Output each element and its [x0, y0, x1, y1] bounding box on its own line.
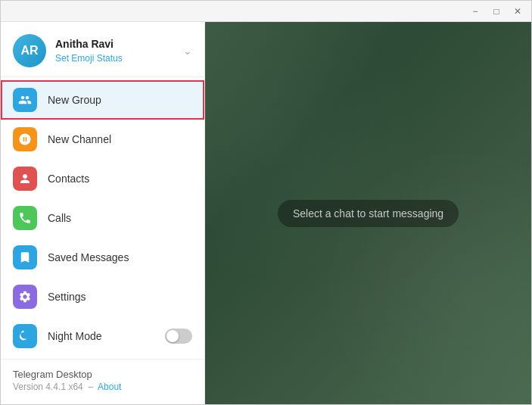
contacts-icon: [13, 167, 37, 191]
saved-icon: [13, 245, 37, 269]
night-mode-label: Night Mode: [48, 330, 154, 342]
close-button[interactable]: ✕: [507, 3, 528, 20]
minimize-button[interactable]: −: [465, 3, 486, 20]
new-group-label: New Group: [48, 94, 192, 106]
version-info: Version 4.4.1 x64 – About: [13, 382, 192, 392]
saved-messages-label: Saved Messages: [48, 251, 192, 263]
channel-svg: [18, 132, 32, 146]
contacts-label: Contacts: [48, 173, 192, 185]
set-emoji-link[interactable]: Set Emoji Status: [55, 53, 123, 64]
menu-item-saved-messages[interactable]: Saved Messages: [1, 238, 204, 277]
profile-chevron-icon[interactable]: ⌄: [183, 45, 192, 57]
group-icon: [13, 88, 37, 112]
night-svg: [18, 329, 32, 343]
night-mode-toggle[interactable]: [165, 329, 192, 344]
calls-label: Calls: [48, 212, 192, 224]
contacts-svg: [18, 172, 32, 185]
group-svg: [18, 93, 32, 107]
settings-svg: [18, 290, 32, 304]
new-channel-label: New Channel: [48, 133, 192, 145]
app-name: Telegram Desktop: [13, 369, 192, 380]
sidebar: AR Anitha Ravi Set Emoji Status ⌄ New Gr: [1, 22, 205, 404]
app-window: − □ ✕ AR Anitha Ravi Set Emoji Status ⌄: [0, 0, 532, 405]
profile-info: Anitha Ravi Set Emoji Status: [55, 37, 174, 64]
profile-section[interactable]: AR Anitha Ravi Set Emoji Status ⌄: [1, 22, 204, 77]
channel-icon: [13, 127, 37, 151]
calls-svg: [18, 211, 32, 225]
menu-list: New Group New Channel: [1, 77, 204, 359]
avatar: AR: [13, 34, 46, 67]
calls-icon: [13, 206, 37, 230]
profile-name: Anitha Ravi: [55, 37, 174, 51]
settings-label: Settings: [48, 291, 192, 303]
about-link[interactable]: About: [98, 382, 121, 392]
menu-item-new-group[interactable]: New Group: [1, 80, 204, 120]
settings-icon: [13, 285, 37, 309]
placeholder-message: Select a chat to start messaging: [278, 200, 459, 227]
menu-item-night-mode[interactable]: Night Mode: [1, 316, 204, 356]
menu-item-contacts[interactable]: Contacts: [1, 159, 204, 198]
maximize-button[interactable]: □: [486, 3, 507, 20]
menu-item-settings[interactable]: Settings: [1, 277, 204, 316]
title-bar: − □ ✕: [1, 1, 531, 22]
app-body: AR Anitha Ravi Set Emoji Status ⌄ New Gr: [1, 22, 531, 404]
main-content: Select a chat to start messaging: [205, 22, 531, 404]
menu-item-new-channel[interactable]: New Channel: [1, 120, 204, 159]
menu-item-calls[interactable]: Calls: [1, 198, 204, 238]
saved-svg: [18, 251, 32, 264]
night-icon: [13, 324, 37, 348]
sidebar-footer: Telegram Desktop Version 4.4.1 x64 – Abo…: [1, 359, 204, 404]
